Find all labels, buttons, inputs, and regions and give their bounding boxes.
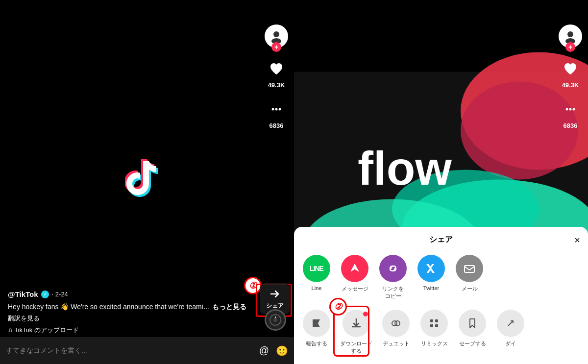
action-report[interactable]: 報告する	[302, 310, 331, 355]
svg-rect-20	[465, 266, 474, 272]
right-comment-count: 6836	[564, 122, 578, 129]
twitter-label: Twitter	[423, 285, 439, 291]
like-button[interactable]	[266, 58, 287, 79]
twitter-icon	[417, 255, 445, 282]
svg-rect-25	[430, 324, 433, 327]
share-copy[interactable]: リンクをコピー	[378, 255, 408, 300]
download-icon	[343, 310, 370, 337]
right-like-count: 49.3K	[562, 81, 579, 89]
follow-plus[interactable]: +	[271, 42, 281, 52]
svg-rect-23	[430, 319, 433, 322]
svg-point-17	[569, 108, 572, 111]
report-icon	[303, 310, 330, 337]
download-dot	[363, 312, 368, 316]
share-sheet: シェア × LINE Line メッセージ	[294, 227, 588, 364]
action-remix[interactable]: リミックス	[419, 310, 449, 355]
message-label: メッセージ	[342, 285, 368, 292]
report-label: 報告する	[306, 340, 327, 347]
remix-icon	[420, 310, 448, 337]
share-mail[interactable]: メール	[455, 255, 484, 300]
action-download[interactable]: ダウンロードする	[340, 310, 372, 355]
comment-bar: すてきなコメントを書く... @ 🙂	[0, 337, 294, 364]
share-sheet-header: シェア ×	[302, 235, 580, 245]
right-sidebar: + 49.3K 6836	[265, 24, 288, 129]
action-save[interactable]: セーブする	[458, 310, 487, 355]
emoji-icon[interactable]: 🙂	[276, 345, 288, 357]
save-icon	[459, 310, 486, 337]
bottom-info: @TikTok ✓ · 2-24 Hey hockey fans 👋 We're…	[8, 290, 260, 335]
right-video-panel: flow + 49.3K	[294, 0, 588, 364]
action-duet[interactable]: デュエット	[381, 310, 411, 355]
duet-icon	[382, 310, 410, 337]
svg-point-0	[273, 31, 279, 37]
comment-group: 6836	[266, 98, 287, 129]
right-sidebar-icons: + 49.3K 6836	[559, 24, 582, 129]
tiktok-disc	[265, 309, 286, 331]
mail-label: メール	[462, 285, 478, 292]
right-comment-button[interactable]	[560, 98, 581, 120]
remix-label: リミックス	[421, 340, 448, 347]
svg-point-18	[573, 108, 575, 111]
right-like-button[interactable]	[560, 58, 581, 79]
verified-badge: ✓	[41, 291, 49, 298]
left-video-panel: + 49.3K 6836 ①	[0, 0, 294, 364]
message-icon	[341, 255, 368, 282]
svg-marker-19	[351, 264, 359, 271]
comment-button[interactable]	[266, 98, 287, 120]
svg-point-3	[275, 108, 278, 111]
share-line[interactable]: LINE Line	[302, 255, 331, 300]
music-info: ♫ TikTok のアップロード	[8, 326, 260, 335]
profile-button[interactable]: +	[265, 24, 288, 48]
more-link[interactable]: もっと見る	[212, 303, 246, 311]
svg-point-2	[272, 108, 274, 111]
share-message[interactable]: メッセージ	[340, 255, 369, 300]
action-dai[interactable]: ダイ	[496, 310, 525, 355]
svg-text:flow: flow	[358, 142, 452, 194]
right-follow-plus[interactable]: +	[565, 42, 575, 52]
annotation-2: ②	[329, 298, 347, 315]
caption-text: Hey hockey fans 👋 We're so excited annou…	[8, 302, 260, 312]
tiktok-logo-center	[125, 156, 169, 200]
save-label: セーブする	[459, 340, 486, 347]
dai-icon	[497, 310, 524, 337]
username: @TikTok	[8, 290, 38, 298]
svg-point-6	[273, 318, 277, 322]
download-label: ダウンロードする	[340, 340, 372, 355]
svg-point-16	[566, 108, 568, 111]
svg-rect-24	[435, 319, 438, 322]
mail-icon	[456, 255, 483, 282]
svg-point-4	[279, 108, 281, 111]
share-twitter[interactable]: Twitter	[416, 255, 446, 300]
comment-icons: @ 🙂	[259, 345, 288, 357]
right-profile-button[interactable]: +	[559, 24, 582, 48]
copy-label: リンクをコピー	[382, 285, 404, 300]
like-count: 49.3K	[268, 81, 285, 89]
duet-label: デュエット	[383, 340, 410, 347]
line-icon: LINE	[303, 255, 330, 282]
date-tag: · 2-24	[52, 291, 68, 298]
copy-icon	[379, 255, 407, 282]
share-sheet-title: シェア	[429, 235, 453, 245]
like-group: 49.3K	[266, 58, 287, 89]
close-share-button[interactable]: ×	[574, 235, 580, 246]
translate-link[interactable]: 翻訳を見る	[8, 314, 260, 323]
right-comment-group: 6836	[560, 98, 581, 129]
svg-rect-26	[435, 324, 438, 327]
right-like-group: 49.3K	[560, 58, 581, 89]
comment-count: 6836	[270, 122, 284, 129]
share-icons-row: LINE Line メッセージ	[302, 255, 580, 300]
user-info: @TikTok ✓ · 2-24	[8, 290, 260, 298]
dai-label: ダイ	[505, 340, 516, 347]
share-actions-row: 報告する ダウンロードする	[302, 310, 580, 355]
at-icon[interactable]: @	[259, 345, 269, 357]
line-label: Line	[312, 285, 322, 291]
svg-point-14	[567, 31, 573, 37]
comment-placeholder[interactable]: すてきなコメントを書く...	[6, 346, 254, 355]
